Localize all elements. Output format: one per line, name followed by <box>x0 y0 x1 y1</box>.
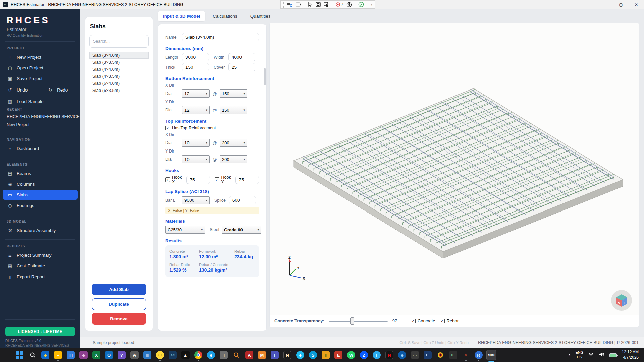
taskbar-icon-edge[interactable]: e <box>205 348 217 362</box>
sidebar-item-columns[interactable]: ◉Columns <box>3 179 78 189</box>
camera-icon[interactable] <box>296 2 302 7</box>
sidebar-item-recent-2[interactable]: New Project <box>0 121 80 129</box>
sidebar-item-export-report[interactable]: ▯Export Report <box>3 272 78 282</box>
sidebar-item-beams[interactable]: ▤Beams <box>3 168 78 178</box>
taskbar-icon-search-everything[interactable] <box>230 348 243 362</box>
form-scrollbar[interactable] <box>264 68 266 85</box>
taskbar-icon-zoom-app[interactable]: Z <box>358 348 370 362</box>
taskbar-icon-telegram[interactable]: T <box>370 348 383 362</box>
taskbar-icon-start[interactable] <box>13 348 26 362</box>
tab-calculations[interactable]: Calculations <box>207 11 243 21</box>
wifi-icon[interactable] <box>588 352 594 358</box>
taskbar-icon-internet-explorer[interactable]: e <box>294 348 307 362</box>
license-badge[interactable]: LICENSED - LIFETIME <box>5 327 75 336</box>
accessibility-icon[interactable] <box>346 2 352 7</box>
sidebar-item-footings[interactable]: ◷Footings <box>3 200 78 210</box>
taskbar-icon-snipping-tool[interactable]: ✄ <box>166 348 179 362</box>
taskbar-icon-m-app[interactable]: M <box>256 348 268 362</box>
taskbar-icon-teams[interactable]: T <box>268 348 281 362</box>
width-input[interactable] <box>228 53 255 61</box>
top-y-dia-select[interactable]: 10▾ <box>182 155 210 163</box>
splice-input[interactable] <box>229 196 256 204</box>
taskbar-icon-sticky-notes[interactable]: ◠ <box>154 348 166 362</box>
taskbar-icon-netflix[interactable]: N <box>383 348 396 362</box>
sidebar-item-load-sample[interactable]: ▥Load Sample <box>3 96 78 106</box>
taskbar-icon-notepad[interactable]: ≣ <box>141 348 154 362</box>
remove-button[interactable]: Remove <box>92 313 146 325</box>
slider-thumb[interactable] <box>350 317 354 325</box>
hook-y-input[interactable] <box>235 176 259 184</box>
thick-input[interactable] <box>182 63 209 71</box>
transparency-slider[interactable] <box>329 317 388 325</box>
toolbar-grip[interactable] <box>281 2 284 8</box>
hook-x-input[interactable] <box>186 176 210 184</box>
sidebar-item-undo[interactable]: ↺Undo <box>3 85 38 95</box>
taskbar-icon-translator[interactable]: A <box>128 348 141 362</box>
has-top-reinforcement-checkbox[interactable]: ✓ <box>165 126 170 130</box>
sidebar-item-cost-estimate[interactable]: ▦Cost Estimate <box>3 261 78 271</box>
cover-input[interactable] <box>228 63 255 71</box>
list-item-slab[interactable]: Slab (3×4.0m) <box>89 52 149 59</box>
language-indicator[interactable]: ENGUS <box>575 350 583 360</box>
tab-quantities[interactable]: Quantities <box>245 11 276 21</box>
taskbar-icon-chrome[interactable] <box>192 348 205 362</box>
taskbar-icon-search[interactable] <box>26 348 39 362</box>
top-x-spacing-select[interactable]: 200▾ <box>220 139 247 147</box>
taskbar-icon-starburst-app[interactable]: ✳ <box>460 348 472 362</box>
taskbar-icon-outlook[interactable]: O <box>103 348 115 362</box>
collapse-toolbar-button[interactable]: ‹ <box>370 2 373 7</box>
sidebar-item-dashboard[interactable]: ⌂Dashboard <box>3 143 78 154</box>
minimize-button[interactable]: – <box>598 0 613 9</box>
taskbar-icon-windows-security[interactable]: ◆ <box>39 348 52 362</box>
top-x-dia-select[interactable]: 10▾ <box>182 139 210 147</box>
taskbar-icon-r-app[interactable]: R <box>472 348 485 362</box>
volume-icon[interactable] <box>599 352 605 358</box>
taskbar-icon-rhces-app[interactable]: RHCES <box>485 348 498 362</box>
recorder-toolbar[interactable]: 7 ‹ <box>280 0 375 9</box>
taskbar-icon-notion[interactable]: N <box>281 348 294 362</box>
concrete-checkbox[interactable]: ✓ <box>411 319 416 323</box>
list-item-slab[interactable]: Slab (6×4.0m) <box>89 80 149 87</box>
taskbar-icon-power-bi[interactable]: ‖ <box>319 348 332 362</box>
steel-grade-select[interactable]: Grade 60▾ <box>222 226 261 234</box>
hook-x-checkbox[interactable]: ✓ <box>165 177 170 182</box>
cursor-icon[interactable] <box>308 2 313 7</box>
sidebar-item-slabs[interactable]: ▭Slabs <box>3 190 78 200</box>
taskbar-icon-photos[interactable]: ◫ <box>64 348 77 362</box>
tab-input-3d-model[interactable]: Input & 3D Model <box>158 11 205 21</box>
concrete-grade-select[interactable]: C25/30▾ <box>165 226 205 234</box>
taskbar-icon-file-explorer[interactable]: ▸ <box>52 348 64 362</box>
hook-y-checkbox[interactable]: ✓ <box>215 177 219 182</box>
close-button[interactable]: ✕ <box>629 0 644 9</box>
stop-icon[interactable] <box>316 2 321 7</box>
list-item-slab[interactable]: Slab (6×3.5m) <box>89 87 149 94</box>
taskbar-icon-excel[interactable]: X <box>90 348 103 362</box>
bottom-y-dia-select[interactable]: 12▾ <box>182 106 210 114</box>
list-item-slab[interactable]: Slab (3×3.5m) <box>89 59 149 66</box>
bottom-x-dia-select[interactable]: 12▾ <box>182 89 210 98</box>
add-slab-button[interactable]: Add Slab <box>92 284 146 295</box>
sidebar-item-redo[interactable]: ↻Redo <box>43 85 78 95</box>
sidebar-item-save-project[interactable]: ▣Save Project <box>3 73 78 83</box>
taskbar-icon-target-app[interactable] <box>434 348 447 362</box>
region-select-icon[interactable] <box>324 2 329 7</box>
taskbar-icon-phone-link[interactable]: ▯ <box>217 348 230 362</box>
clock[interactable]: 12:12 AM4/7/2026 <box>622 350 639 360</box>
battery-icon[interactable] <box>609 353 617 357</box>
taskbar-icon-powershell[interactable]: >_ <box>421 348 434 362</box>
bottom-y-spacing-select[interactable]: 150▾ <box>220 106 247 114</box>
taskbar-icon-mail[interactable]: E <box>332 348 345 362</box>
slider-track[interactable] <box>329 321 388 322</box>
list-item-slab[interactable]: Slab (4×4.0m) <box>89 66 149 73</box>
bar-length-select[interactable]: 9000▾ <box>182 196 210 204</box>
maximize-button[interactable]: ▢ <box>613 0 629 9</box>
taskbar-icon-power-apps[interactable]: ◆ <box>77 348 90 362</box>
slab-3d-render[interactable] <box>270 23 639 315</box>
sidebar-item-new-project[interactable]: +New Project <box>3 52 78 62</box>
taskbar-icon-edge-dev[interactable]: e <box>396 348 409 362</box>
tray-chevron-icon[interactable]: ∧ <box>568 353 571 357</box>
taskbar-icon-whatsapp[interactable]: W <box>345 348 358 362</box>
steps-list-icon[interactable] <box>287 2 292 7</box>
bottom-x-spacing-select[interactable]: 150▾ <box>220 89 247 98</box>
length-input[interactable] <box>182 53 209 61</box>
